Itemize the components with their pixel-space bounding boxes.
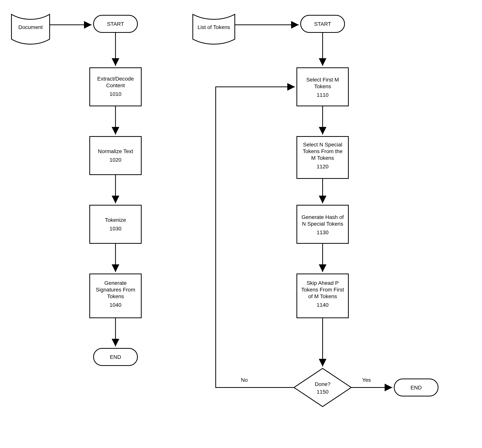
arrow-right-no-loop <box>216 87 295 387</box>
left-input-label: Document <box>18 24 43 30</box>
svg-text:1140: 1140 <box>317 302 329 308</box>
svg-text:of M Tokens: of M Tokens <box>308 293 337 299</box>
svg-text:Generate: Generate <box>104 280 127 286</box>
svg-rect-5 <box>90 136 141 175</box>
flowchart-diagram: Document START Extract/Decode Content 10… <box>0 0 482 448</box>
right-step-1110: Select First M Tokens 1110 <box>297 68 348 106</box>
left-step-1040: Generate Signatures From Tokens 1040 <box>90 274 141 318</box>
svg-text:1130: 1130 <box>317 229 329 235</box>
right-step-1140: Skip Ahead P Tokens From First of M Toke… <box>297 274 348 318</box>
svg-text:Normalize Text: Normalize Text <box>98 148 133 154</box>
svg-text:1020: 1020 <box>110 157 121 163</box>
svg-text:Skip Ahead P: Skip Ahead P <box>306 280 339 286</box>
svg-text:Signatures From: Signatures From <box>96 287 135 293</box>
right-end-label: END <box>410 385 422 391</box>
svg-text:1120: 1120 <box>317 164 329 169</box>
svg-text:Done?: Done? <box>315 381 331 387</box>
svg-text:N Special Tokens: N Special Tokens <box>302 221 343 227</box>
svg-text:Tokens: Tokens <box>107 293 124 299</box>
svg-text:1010: 1010 <box>110 91 121 97</box>
svg-marker-36 <box>294 368 351 407</box>
svg-text:Tokens From First: Tokens From First <box>301 287 344 293</box>
left-step-1020: Normalize Text 1020 <box>90 136 141 175</box>
svg-text:1110: 1110 <box>317 92 329 98</box>
left-start-terminator: START <box>94 15 137 32</box>
right-input-label: List of Tokens <box>198 24 230 30</box>
svg-text:1030: 1030 <box>110 226 121 232</box>
left-end-label: END <box>110 354 121 360</box>
right-step-1130: Generate Hash of N Special Tokens 1130 <box>297 205 348 243</box>
right-start-label: START <box>314 21 331 27</box>
left-input-document: Document <box>11 14 50 44</box>
svg-rect-8 <box>90 205 141 243</box>
right-end-terminator: END <box>394 379 438 396</box>
left-start-label: START <box>107 21 124 27</box>
svg-text:Content: Content <box>106 82 125 88</box>
right-start-terminator: START <box>301 15 345 32</box>
svg-text:Tokens From the: Tokens From the <box>303 148 343 154</box>
svg-text:Tokens: Tokens <box>314 83 331 89</box>
left-end-terminator: END <box>94 348 137 366</box>
svg-text:1040: 1040 <box>110 302 121 308</box>
right-input-tokens: List of Tokens <box>193 14 235 44</box>
svg-text:Extract/Decode: Extract/Decode <box>97 76 134 82</box>
right-no-label: No <box>241 377 248 383</box>
svg-text:Select N Special: Select N Special <box>303 142 342 148</box>
right-step-1120: Select N Special Tokens From the M Token… <box>297 136 348 178</box>
svg-text:1150: 1150 <box>317 389 329 395</box>
right-decision-1150: Done? 1150 <box>294 368 351 407</box>
right-yes-label: Yes <box>362 377 371 383</box>
left-step-1010: Extract/Decode Content 1010 <box>90 68 141 106</box>
svg-text:Generate Hash of: Generate Hash of <box>301 214 344 220</box>
svg-text:M Tokens: M Tokens <box>311 155 334 161</box>
svg-text:Select First M: Select First M <box>306 77 339 83</box>
left-step-1030: Tokenize 1030 <box>90 205 141 243</box>
svg-text:Tokenize: Tokenize <box>105 217 126 223</box>
